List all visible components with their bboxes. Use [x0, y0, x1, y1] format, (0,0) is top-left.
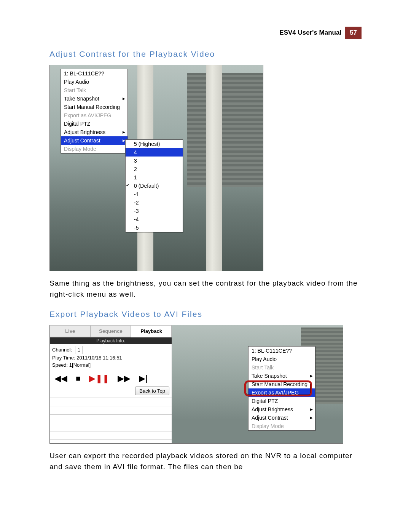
menu-item-play-audio[interactable]: Play Audio: [249, 355, 315, 363]
menu-item-digital-ptz[interactable]: Digital PTZ: [249, 397, 315, 405]
menu-item-start-talk: Start Talk: [249, 363, 315, 372]
submenu-contrast[interactable]: 5 (Highest) 4 3 2 1 0 (Default) -1 -2 -3…: [125, 139, 183, 232]
menu-item-display-mode: Display Mode: [249, 422, 315, 430]
playback-panel: Live Sequence Playback Playback Info. Ch…: [50, 325, 172, 443]
play-pause-icon[interactable]: ▶❚❚: [89, 374, 109, 383]
menu-item-start-manual-recording[interactable]: Start Manual Recording: [249, 380, 315, 388]
menu-item-camera[interactable]: 1: BL-C111CE??: [61, 69, 127, 78]
section-body-export: User can export the recorded playback vi…: [49, 451, 362, 472]
menu-item-take-snapshot[interactable]: Take Snapshot: [61, 94, 127, 103]
tab-playback[interactable]: Playback: [131, 325, 172, 337]
stop-icon[interactable]: ■: [76, 374, 81, 383]
channel-value[interactable]: 1: [75, 346, 83, 354]
contrast-option-0-default[interactable]: 0 (Default): [126, 182, 183, 190]
contrast-option-neg3[interactable]: -3: [126, 207, 183, 215]
menu-item-export-avi-jpeg[interactable]: Export as AVI/JPEG: [249, 388, 315, 397]
menu-item-adjust-brightness[interactable]: Adjust Brightness: [61, 128, 127, 136]
playlist-grid[interactable]: [50, 398, 172, 444]
menu-item-display-mode: Display Mode: [61, 145, 127, 153]
contrast-option-5[interactable]: 5 (Highest): [126, 140, 183, 148]
menu-item-take-snapshot[interactable]: Take Snapshot: [249, 372, 315, 380]
speed-label: Speed:: [52, 362, 68, 368]
contrast-option-neg2[interactable]: -2: [126, 198, 183, 207]
video-preview: 1: BL-C111CE?? Play Audio Start Talk Tak…: [172, 325, 343, 443]
figure-adjust-contrast: 1: BL-C111CE?? Play Audio Start Talk Tak…: [49, 65, 263, 271]
contrast-option-3[interactable]: 3: [126, 157, 183, 165]
page-header: ESV4 User's Manual 57: [49, 27, 362, 39]
menu-item-export-avi-jpeg: Export as AVI/JPEG: [61, 111, 127, 120]
back-to-top-button[interactable]: Back to Top: [135, 387, 169, 395]
contrast-option-neg1[interactable]: -1: [126, 190, 183, 198]
context-menu[interactable]: 1: BL-C111CE?? Play Audio Start Talk Tak…: [248, 346, 315, 431]
panel-tabs: Live Sequence Playback: [50, 325, 172, 337]
contrast-option-1[interactable]: 1: [126, 173, 183, 182]
menu-item-adjust-contrast[interactable]: Adjust Contrast: [61, 136, 127, 145]
manual-title: ESV4 User's Manual: [276, 27, 345, 39]
tab-live[interactable]: Live: [50, 325, 91, 337]
speed-value: 1[Normal]: [69, 362, 91, 368]
page-number: 57: [345, 27, 362, 39]
menu-item-play-audio[interactable]: Play Audio: [61, 78, 127, 86]
tab-sequence[interactable]: Sequence: [91, 325, 131, 337]
contrast-option-neg4[interactable]: -4: [126, 215, 183, 224]
transport-controls: ◀◀ ■ ▶❚❚ ▶▶ ▶|: [50, 371, 172, 386]
section-heading-export: Export Playback Videos to AVI Files: [49, 310, 362, 319]
background-building: [187, 73, 263, 187]
section-heading-contrast: Adjust Contrast for the Playback Video: [49, 50, 362, 59]
menu-item-start-talk: Start Talk: [61, 86, 127, 94]
playback-info: Channel: 1 Play Time: 2011/10/18 11:16:5…: [50, 344, 172, 371]
channel-label: Channel:: [52, 347, 72, 353]
contrast-option-2[interactable]: 2: [126, 165, 183, 173]
playback-info-header: Playback Info.: [50, 337, 172, 344]
menu-item-adjust-contrast[interactable]: Adjust Contrast: [249, 414, 315, 422]
background-pole: [206, 65, 222, 271]
context-menu[interactable]: 1: BL-C111CE?? Play Audio Start Talk Tak…: [61, 69, 128, 153]
menu-item-adjust-brightness[interactable]: Adjust Brightness: [249, 405, 315, 414]
menu-item-digital-ptz[interactable]: Digital PTZ: [61, 120, 127, 128]
contrast-option-neg5[interactable]: -5: [126, 224, 183, 232]
menu-item-start-manual-recording[interactable]: Start Manual Recording: [61, 103, 127, 111]
contrast-option-4[interactable]: 4: [126, 148, 183, 157]
playtime-value: 2011/10/18 11:16:51: [76, 355, 122, 361]
fast-forward-icon[interactable]: ▶▶: [118, 374, 131, 383]
figure-export-avi: Live Sequence Playback Playback Info. Ch…: [49, 325, 343, 444]
skip-end-icon[interactable]: ▶|: [139, 374, 148, 383]
playtime-label: Play Time:: [52, 355, 75, 361]
menu-item-camera[interactable]: 1: BL-C111CE??: [249, 347, 315, 355]
section-body-contrast: Same thing as the brightness, you can se…: [49, 278, 362, 300]
rewind-icon[interactable]: ◀◀: [54, 374, 67, 383]
